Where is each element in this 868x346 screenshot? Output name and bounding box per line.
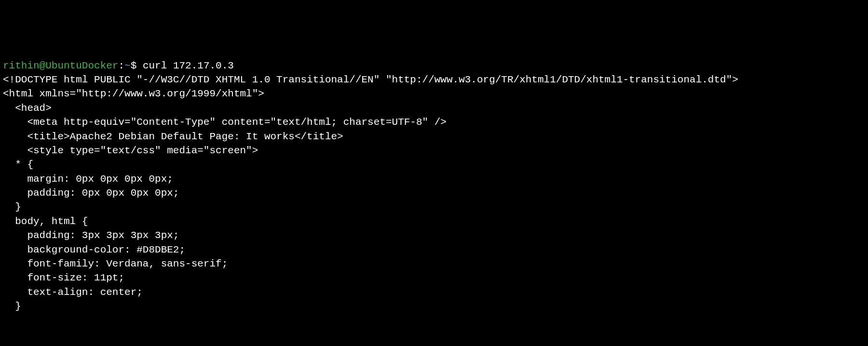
command-text: curl 172.17.0.3 xyxy=(136,60,234,71)
prompt-user-host: rithin@UbuntuDocker xyxy=(3,60,118,71)
output-line: } xyxy=(3,299,865,313)
output-line: <html xmlns="http://www.w3.org/1999/xhtm… xyxy=(3,87,865,101)
output-line: font-family: Verdana, sans-serif; xyxy=(3,257,865,271)
command-line: rithin@UbuntuDocker:~$ curl 172.17.0.3 xyxy=(3,59,865,73)
output-line: margin: 0px 0px 0px 0px; xyxy=(3,172,865,186)
output-line: * { xyxy=(3,158,865,172)
output-line: padding: 3px 3px 3px 3px; xyxy=(3,228,865,242)
prompt-separator: : xyxy=(118,60,124,71)
output-line: body, html { xyxy=(3,214,865,228)
output-line: font-size: 11pt; xyxy=(3,271,865,285)
output-line: <title>Apache2 Debian Default Page: It w… xyxy=(3,130,865,144)
output-line: text-align: center; xyxy=(3,285,865,299)
terminal-window[interactable]: rithin@UbuntuDocker:~$ curl 172.17.0.3<!… xyxy=(3,59,865,314)
output-line: background-color: #D8DBE2; xyxy=(3,243,865,257)
output-line: <!DOCTYPE html PUBLIC "-//W3C//DTD XHTML… xyxy=(3,73,865,87)
output-line: <style type="text/css" media="screen"> xyxy=(3,144,865,158)
prompt-symbol: $ xyxy=(131,60,137,71)
output-line: padding: 0px 0px 0px 0px; xyxy=(3,186,865,200)
prompt-path: ~ xyxy=(124,60,131,71)
output-line: } xyxy=(3,200,865,214)
output-line: <head> xyxy=(3,101,865,115)
output-line: <meta http-equiv="Content-Type" content=… xyxy=(3,115,865,129)
